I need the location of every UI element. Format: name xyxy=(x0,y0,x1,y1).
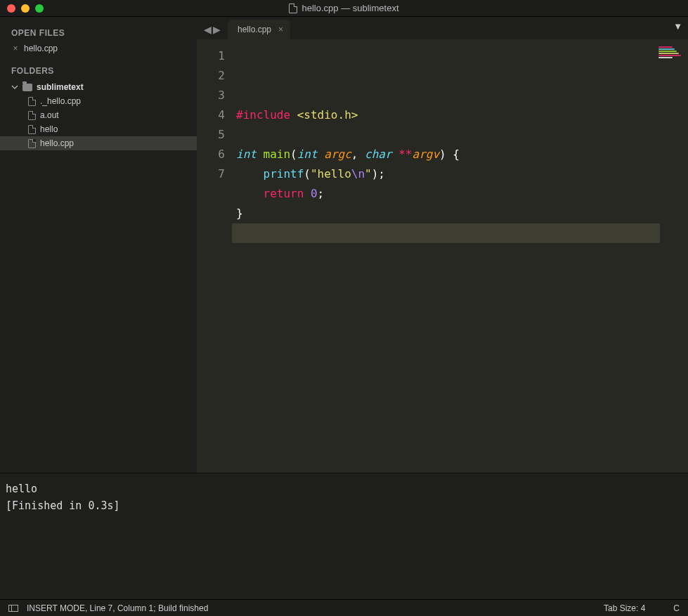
file-icon xyxy=(28,111,36,120)
syntax-indicator[interactable]: C xyxy=(673,603,680,613)
minimize-window-button[interactable] xyxy=(21,4,30,13)
code-line[interactable]: int main(int argc, char **argv) { xyxy=(236,145,688,164)
gutter: 1234567 xyxy=(197,39,232,473)
line-number: 3 xyxy=(197,86,225,105)
line-number: 1 xyxy=(197,46,225,66)
editor[interactable]: 1234567 #include <stdio.h> int main(int … xyxy=(197,39,688,473)
line-number: 2 xyxy=(197,66,225,86)
tab-size-indicator[interactable]: Tab Size: 4 xyxy=(604,603,645,613)
tab-label: hello.cpp xyxy=(238,25,271,34)
file-icon xyxy=(28,97,36,106)
maximize-window-button[interactable] xyxy=(35,4,44,13)
file-label: ._hello.cpp xyxy=(40,96,81,106)
open-file-label: hello.cpp xyxy=(24,44,58,53)
close-icon[interactable]: × xyxy=(278,25,283,34)
file-item[interactable]: ._hello.cpp xyxy=(0,94,197,108)
open-file-item[interactable]: ×hello.cpp xyxy=(0,42,197,55)
window-title: hello.cpp — sublimetext xyxy=(0,3,688,13)
line-number: 7 xyxy=(197,164,225,184)
code-line[interactable] xyxy=(232,223,660,243)
folder-tree: sublimetext ._hello.cppa.outhellohello.c… xyxy=(0,80,197,156)
line-number: 6 xyxy=(197,145,225,164)
line-number: 4 xyxy=(197,105,225,125)
file-icon xyxy=(28,125,36,134)
file-item[interactable]: hello xyxy=(0,122,197,136)
chevron-down-icon[interactable] xyxy=(11,84,18,91)
tab-overflow-icon[interactable]: ▼ xyxy=(673,21,682,32)
code-line[interactable] xyxy=(236,125,688,145)
code-line[interactable]: printf("hello\n"); xyxy=(236,164,688,184)
status-text: INSERT MODE, Line 7, Column 1; Build fin… xyxy=(27,603,208,613)
open-files-list: ×hello.cpp xyxy=(0,42,197,55)
file-icon xyxy=(28,139,36,148)
panel-toggle-icon[interactable] xyxy=(8,605,18,612)
folders-heading: FOLDERS xyxy=(0,55,197,80)
main-area: OPEN FILES ×hello.cpp FOLDERS sublimetex… xyxy=(0,17,688,473)
nav-back-icon[interactable]: ◀ xyxy=(204,24,212,35)
window-controls xyxy=(0,4,44,13)
file-item[interactable]: hello.cpp xyxy=(0,136,197,150)
tab-active[interactable]: hello.cpp × xyxy=(228,20,290,39)
file-label: hello xyxy=(40,124,58,134)
folder-icon xyxy=(22,84,32,91)
line-number: 5 xyxy=(197,125,225,145)
code-line[interactable]: #include <stdio.h> xyxy=(236,105,688,125)
titlebar: hello.cpp — sublimetext xyxy=(0,0,688,17)
sidebar: OPEN FILES ×hello.cpp FOLDERS sublimetex… xyxy=(0,17,197,473)
file-label: hello.cpp xyxy=(40,138,74,148)
file-icon xyxy=(289,4,297,13)
code-line[interactable]: } xyxy=(236,204,688,223)
folder-root[interactable]: sublimetext xyxy=(0,80,197,94)
window-title-text: hello.cpp — sublimetext xyxy=(301,3,398,13)
nav-forward-icon[interactable]: ▶ xyxy=(213,24,221,35)
close-window-button[interactable] xyxy=(7,4,15,13)
output-line: [Finished in 0.3s] xyxy=(6,497,682,514)
minimap[interactable] xyxy=(658,46,684,60)
folder-root-label: sublimetext xyxy=(37,82,84,92)
editor-region: ◀ ▶ hello.cpp × ▼ 1234567 #include <stdi… xyxy=(197,17,688,473)
close-icon[interactable]: × xyxy=(11,44,20,53)
folder-children: ._hello.cppa.outhellohello.cpp xyxy=(0,94,197,150)
file-item[interactable]: a.out xyxy=(0,108,197,122)
file-label: a.out xyxy=(40,110,59,120)
status-bar: INSERT MODE, Line 7, Column 1; Build fin… xyxy=(0,599,688,616)
open-files-heading: OPEN FILES xyxy=(0,17,197,42)
code-area[interactable]: #include <stdio.h> int main(int argc, ch… xyxy=(232,39,688,473)
tab-history-nav: ◀ ▶ xyxy=(197,24,228,39)
code-line[interactable]: return 0; xyxy=(236,184,688,204)
output-line: hello xyxy=(6,480,682,497)
build-output-panel[interactable]: hello[Finished in 0.3s] xyxy=(0,473,688,599)
tab-bar: ◀ ▶ hello.cpp × ▼ xyxy=(197,17,688,39)
